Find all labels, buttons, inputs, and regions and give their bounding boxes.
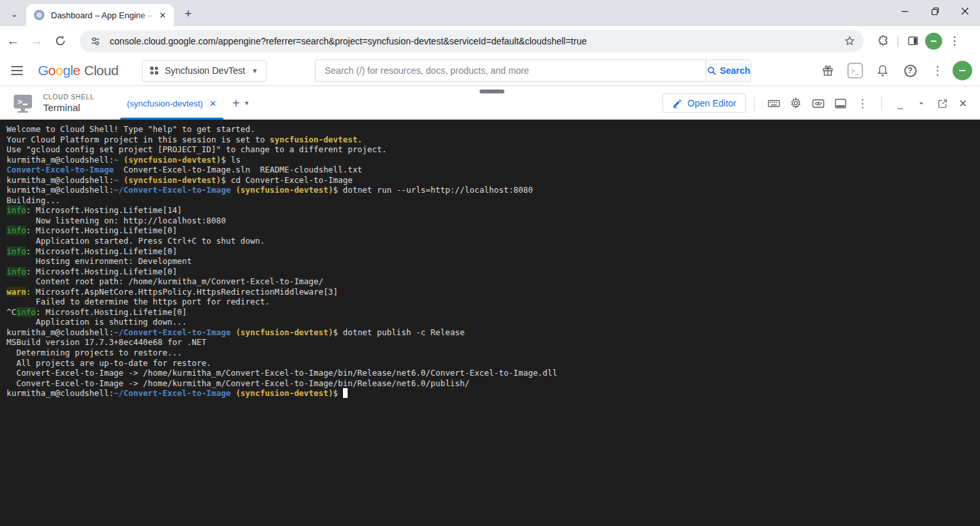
browser-profile-button[interactable] [923,31,944,52]
browser-tab-strip: ⌄ Dashboard – App Engine – Syn ✕ + [0,0,980,26]
close-panel-button[interactable]: ✕ [953,93,973,113]
browser-tab[interactable]: Dashboard – App Engine – Syn ✕ [26,4,174,26]
profile-avatar [925,33,942,50]
minimize-icon [901,7,909,15]
terminal-line: Building... [7,195,980,206]
site-info-tune-icon[interactable] [88,33,103,49]
gift-icon [821,64,834,77]
minimize-icon: _ [898,98,903,109]
tab-close-icon[interactable]: ✕ [157,9,169,21]
terminal-line: MSBuild version 17.7.3+8ec440e68 for .NE… [7,337,980,348]
app-engine-favicon-icon [34,10,44,20]
cloud-shell-meta: CLOUD SHELL Terminal [43,93,94,113]
close-icon [961,7,969,15]
terminal-session-tab[interactable]: (syncfusion-devtest) ✕ [120,87,223,120]
address-bar[interactable]: console.cloud.google.com/appengine?refer… [80,30,864,52]
gear-icon [789,97,802,110]
tab-search-button[interactable]: ⌄ [5,5,24,23]
side-panel-button[interactable] [902,31,923,52]
browser-menu-button[interactable]: ⋮ [944,31,965,52]
terminal-line: info: Microsoft.Hosting.Lifetime[14] [7,205,980,216]
terminal-line: kurmitha_m@cloudshell:~/Convert-Excel-to… [7,185,980,195]
terminal-settings-button[interactable] [785,93,807,113]
cloud-shell-label: CLOUD SHELL [43,93,94,101]
terminal-line: Convert-Excel-to-Image -> /home/kurmitha… [7,368,980,378]
reload-icon [55,35,66,46]
navigation-menu-button[interactable] [4,58,30,84]
terminal-line: Your Cloud Platform project in this sess… [7,135,980,145]
terminal-line: ^Cinfo: Microsoft.Hosting.Lifetime[0] [7,307,980,318]
hamburger-icon [11,66,23,67]
terminal-line: Convert-Excel-to-Image Convert-Excel-to-… [7,165,980,175]
cloud-shell-terminal[interactable]: Welcome to Cloud Shell! Type "help" to g… [0,120,980,526]
toolbar-right-icons: ⋮ [873,31,965,52]
notifications-button[interactable] [870,58,895,83]
gcp-search-button[interactable]: Search [706,59,751,82]
kebab-menu-icon: ⋮ [932,63,943,78]
open-in-new-window-button[interactable] [932,93,953,113]
gcp-more-button[interactable]: ⋮ [925,58,950,83]
svg-text:>: > [18,97,22,107]
keyboard-icon [767,97,781,110]
web-preview-button[interactable] [807,93,829,113]
terminal-line: info: Microsoft.Hosting.Lifetime[0] [7,225,980,236]
bookmark-star-icon[interactable] [841,33,857,49]
gcp-search-input[interactable]: Search (/) for resources, docs, products… [315,59,706,82]
new-tab-button[interactable]: + [179,5,197,23]
terminal-tab-close-icon[interactable]: ✕ [210,99,217,108]
google-cloud-logo[interactable]: Google Cloud [38,63,118,78]
project-name: Syncfusion DevTest [165,65,245,76]
back-button[interactable]: ← [3,31,24,52]
terminal-line: kurmitha_m@cloudshell:~ (syncfusion-devt… [7,155,980,165]
add-terminal-tab-button[interactable]: + [233,96,240,111]
minimize-panel-button[interactable]: _ [890,93,911,113]
free-trial-gift-button[interactable] [815,58,840,83]
close-icon: ✕ [958,97,967,110]
tab-title-fade [139,7,157,24]
panel-resize-handle[interactable] [480,90,504,93]
pencil-icon [672,99,682,108]
bell-icon [876,64,889,77]
terminal-line: Now listening on: http://localhost:8080 [7,216,980,226]
shell-divider [754,96,755,110]
restore-icon [931,7,939,16]
search-icon [707,66,717,76]
dock-panel-button[interactable] [829,93,851,113]
extensions-button[interactable] [873,31,894,52]
dock-bottom-icon [834,97,847,110]
terminal-line: Welcome to Cloud Shell! Type "help" to g… [7,124,980,135]
reload-button[interactable] [50,31,71,52]
terminal-line: kurmitha_m@cloudshell:~/Convert-Excel-to… [7,388,980,399]
window-minimize-button[interactable] [890,0,920,22]
side-panel-icon [907,35,919,47]
shell-divider [881,96,882,110]
activate-cloud-shell-button[interactable]: >_ [843,58,868,83]
terminal-line: Application is shutting down... [7,317,980,327]
logo-google-text: Google [38,63,80,78]
window-controls [890,0,980,22]
kebab-menu-icon: ⋮ [949,34,960,48]
cloud-shell-prompt-icon: >_ [847,63,863,78]
window-close-button[interactable] [950,0,980,22]
logo-cloud-text: Cloud [84,63,118,78]
open-editor-button[interactable]: Open Editor [662,93,746,113]
terminal-line: Failed to determine the https port for r… [7,297,980,307]
help-button[interactable]: ? [898,58,923,83]
add-tab-caret-icon[interactable]: ▼ [244,100,250,107]
terminal-line: Hosting environment: Development [7,256,980,267]
keyboard-shortcuts-button[interactable] [762,93,785,113]
terminal-line: info: Microsoft.Hosting.Lifetime[0] [7,267,980,277]
shell-more-button[interactable]: ⋮ [851,93,874,113]
project-picker-button[interactable]: Syncfusion DevTest ▼ [142,60,267,82]
forward-button[interactable]: → [26,31,47,52]
back-arrow-icon: ← [7,34,20,48]
terminal-line: Content root path: /home/kurmitha_m/Conv… [7,276,980,287]
collapse-panel-button[interactable]: ⌄⌃ [911,93,932,113]
terminal-line: info: Microsoft.Hosting.Lifetime[0] [7,246,980,257]
chevron-down-icon: ⌄ [11,9,18,19]
url-text[interactable]: console.cloud.google.com/appengine?refer… [110,36,841,46]
gcp-search-button-label: Search [720,65,751,76]
gcp-account-avatar[interactable] [953,61,972,80]
browser-toolbar: ← → console.cloud.google.com/appengine?r… [0,26,980,56]
window-restore-button[interactable] [920,0,950,22]
